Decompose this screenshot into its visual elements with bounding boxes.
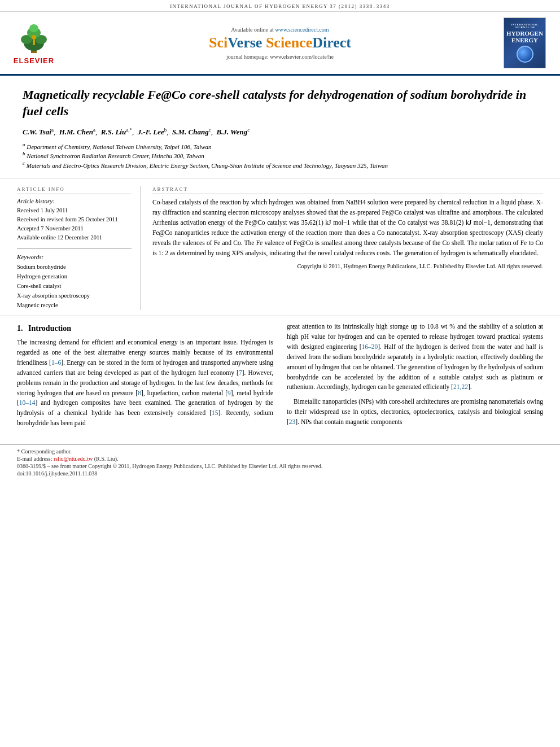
journal-header: INTERNATIONAL JOURNAL OF HYDROGEN ENERGY… — [0, 0, 560, 12]
body-content: 1. Introduction The increasing demand fo… — [0, 316, 560, 444]
keyword-1: Sodium borohydride — [17, 263, 132, 272]
corresponding-author-note: * Corresponding author. — [17, 448, 543, 455]
journal-homepage: journal homepage: www.elsevier.com/locat… — [62, 54, 498, 60]
verse-label: Verse — [228, 34, 266, 51]
affiliation-c: c Materials and Electro-Optics Research … — [23, 160, 537, 169]
keyword-3: Core-shell catalyst — [17, 282, 132, 291]
email-note: E-mail address: rsliu@ntu.edu.tw (R.S. L… — [17, 456, 543, 462]
author-sm-chang: S.M. Chang — [172, 128, 209, 137]
intro-heading: 1. Introduction — [17, 324, 273, 333]
ref-15: 15 — [212, 409, 218, 416]
ref-16-20: 16–20 — [362, 343, 378, 350]
author-hm-chen: H.M. Chen — [59, 128, 93, 137]
cover-intl-label: INTERNATIONAL JOURNAL OF — [506, 23, 543, 29]
keyword-5: Magnetic recycle — [17, 301, 132, 311]
journal-cover-box: INTERNATIONAL JOURNAL OF HYDROGENENERGY — [504, 18, 546, 68]
article-title-section: Magnetically recyclable Fe@Co core-shell… — [0, 76, 560, 178]
svg-rect-7 — [33, 40, 35, 45]
ref-1-6: 1–6 — [51, 359, 61, 366]
keyword-4: X-ray absorption spectroscopy — [17, 291, 132, 301]
article-info-label: ARTICLE INFO — [17, 186, 132, 194]
accepted-date: Accepted 7 November 2011 — [17, 224, 132, 233]
article-main-title: Magnetically recyclable Fe@Co core-shell… — [23, 87, 537, 119]
ref-7: 7 — [239, 369, 242, 376]
doi-line: doi:10.1016/j.ijhydene.2011.11.038 — [17, 470, 543, 477]
elsevier-name-label: ELSEVIER — [14, 56, 54, 65]
affiliation-a: a Department of Chemistry, National Taiw… — [23, 142, 537, 150]
intro-paragraph-2: great attention to its intrinsically hig… — [287, 322, 543, 392]
abstract-label: ABSTRACT — [152, 186, 543, 194]
body-left-col: 1. Introduction The increasing demand fo… — [17, 322, 273, 433]
elsevier-logo: ELSEVIER — [11, 21, 56, 65]
affiliation-b: b National Synchrotron Radiation Researc… — [23, 151, 537, 159]
elsevier-tree-icon — [11, 21, 56, 55]
affiliations: a Department of Chemistry, National Taiw… — [23, 142, 537, 169]
author-cw-tsai: C.W. Tsai — [23, 128, 51, 137]
abstract-paragraph: Co-based catalysts of the reaction by wh… — [152, 198, 543, 258]
abstract-col: ABSTRACT Co-based catalysts of the react… — [152, 186, 543, 310]
svg-point-6 — [32, 35, 36, 40]
intro-paragraph-1: The increasing demand for efficient and … — [17, 338, 273, 428]
available-online-date: Available online 12 December 2011 — [17, 233, 132, 242]
banner-row: ELSEVIER Available online at www.science… — [0, 12, 560, 76]
body-right-col: great attention to its intrinsically hig… — [287, 322, 543, 433]
intro-paragraph-3: Bimetallic nanoparticles (NPs) with core… — [287, 397, 543, 427]
body-two-col: 1. Introduction The increasing demand fo… — [17, 322, 543, 433]
ref-23: 23 — [289, 418, 296, 425]
abstract-copyright: Copyright © 2011, Hydrogen Energy Public… — [152, 263, 543, 271]
author-bj-weng: B.J. Weng — [216, 128, 247, 137]
received-revised-date: Received in revised form 25 October 2011 — [17, 215, 132, 224]
author-jf-lee: J.-F. Lee — [138, 128, 164, 137]
sci-label: Sci — [209, 34, 228, 51]
authors-line: C.W. Tsaia, H.M. Chena, R.S. Liua,*, J.-… — [23, 127, 537, 137]
received-date: Received 1 July 2011 — [17, 206, 132, 215]
article-info-abstract-section: ARTICLE INFO Article history: Received 1… — [0, 178, 560, 316]
abstract-text: Co-based catalysts of the reaction by wh… — [152, 198, 543, 258]
ref-8: 8 — [138, 390, 141, 396]
journal-cover: INTERNATIONAL JOURNAL OF HYDROGENENERGY — [504, 18, 549, 68]
ref-9: 9 — [228, 390, 231, 396]
page-footer: * Corresponding author. E-mail address: … — [0, 444, 560, 480]
cover-orb-decoration — [517, 46, 533, 63]
issn-line: 0360-3199/$ – see front matter Copyright… — [17, 463, 543, 469]
ref-10-14: 10–14 — [19, 399, 36, 406]
svg-point-5 — [29, 24, 38, 32]
article-history-title: Article history: — [17, 198, 132, 204]
section-title: Introduction — [28, 324, 71, 333]
direct-label: Direct — [312, 34, 351, 51]
sciverse-block: Available online at www.sciencedirect.co… — [62, 27, 498, 60]
science-label: Science — [266, 34, 312, 51]
email-link[interactable]: rsliu@ntu.edu.tw — [54, 456, 93, 462]
sciverse-title: SciVerse ScienceDirect — [62, 34, 498, 51]
article-info-col: ARTICLE INFO Article history: Received 1… — [17, 186, 141, 310]
keywords-title: Keywords: — [17, 254, 132, 260]
author-rs-liu: R.S. Liu — [101, 128, 126, 137]
keyword-2: Hydrogen generation — [17, 272, 132, 282]
available-online-text: Available online at www.sciencedirect.co… — [62, 27, 498, 33]
sciencedirect-link[interactable]: www.sciencedirect.com — [275, 27, 329, 33]
keywords-section: Keywords: Sodium borohydride Hydrogen ge… — [17, 248, 132, 310]
ref-21-22: 21,22 — [453, 383, 468, 390]
section-number: 1. — [17, 324, 23, 333]
cover-hydrogen-label: HYDROGENENERGY — [506, 30, 543, 43]
